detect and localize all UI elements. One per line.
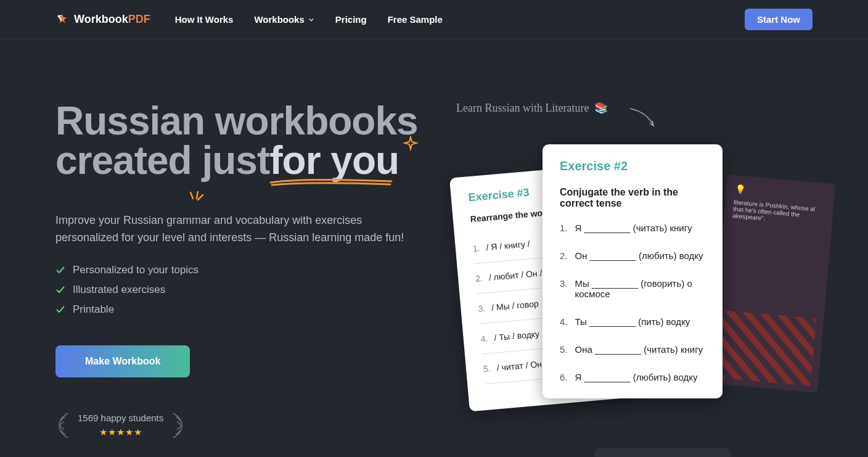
hero-left: Russian workbooks created just for you I… — [55, 101, 438, 439]
exercise-instruction: Conjugate the verb in the correct tense — [560, 187, 705, 209]
hero-section: Russian workbooks created just for you I… — [0, 39, 868, 439]
make-workbook-button[interactable]: Make Workbook — [55, 345, 190, 377]
check-icon — [55, 305, 65, 315]
happy-students: 1569 happy students — [78, 413, 163, 423]
preview-image-card: 💡 literature is Pushkin, whose al that h… — [710, 175, 836, 393]
sparkle-lines-icon — [187, 191, 205, 210]
books-emoji: 📚 — [594, 102, 608, 114]
preview-cards: 💡 literature is Pushkin, whose al that h… — [459, 144, 829, 416]
exercise-item: 3.Мы _________ (говорить) о космосе — [560, 278, 705, 299]
exercise-item: 1.Я _________ (читать) книгу — [560, 223, 705, 233]
headline: Russian workbooks created just for you — [55, 101, 438, 180]
logo-text-pdf: PDF — [128, 13, 150, 25]
lightbulb-icon: 💡 — [734, 184, 826, 202]
logo-text-workbook: Workbook — [74, 13, 128, 25]
check-icon — [55, 285, 65, 295]
underline-decoration — [269, 176, 393, 187]
laurel-left-icon — [55, 412, 70, 439]
top-nav: WorkbookPDF How It Works Workbooks Prici… — [0, 0, 868, 39]
exercise-item: 6.Я _________ (любить) водку — [560, 372, 705, 382]
arrow-icon — [629, 107, 660, 132]
star-rating: ★★★★★ — [99, 427, 142, 438]
check-icon — [55, 265, 65, 275]
preview-image-text: literature is Pushkin, whose al that he'… — [732, 199, 825, 227]
headline-created: created — [55, 138, 202, 183]
preview-tagline: Learn Russian with Literature 📚 — [456, 101, 608, 115]
exercise-item: 4.Ты _________ (пить) водку — [560, 316, 705, 327]
nav-workbooks-label: Workbooks — [254, 14, 304, 25]
book-pattern — [717, 310, 816, 386]
exercise-item: 2.Он _________ (любить) водку — [560, 250, 705, 261]
nav-workbooks[interactable]: Workbooks — [254, 14, 314, 25]
logo[interactable]: WorkbookPDF — [55, 13, 150, 27]
start-now-button[interactable]: Start Now — [745, 9, 813, 30]
laurel-right-icon — [171, 412, 186, 439]
nav-links: How It Works Workbooks Pricing Free Samp… — [175, 14, 443, 25]
subtitle: Improve your Russian grammar and vocabul… — [55, 212, 407, 247]
nav-how-it-works[interactable]: How It Works — [175, 14, 234, 25]
view-demo-button[interactable]: View Workbook Demo — [595, 448, 731, 457]
sparkle-icon — [403, 136, 419, 152]
exercise-2-card: Exercise #2 Conjugate the verb in the co… — [542, 144, 723, 398]
exercise-item: 5.Она _________ (читать) книгу — [560, 344, 705, 355]
nav-pricing[interactable]: Pricing — [335, 14, 367, 25]
nav-free-sample[interactable]: Free Sample — [388, 14, 443, 25]
feature-item: Illustrated exercises — [55, 284, 438, 296]
headline-just: just — [202, 138, 269, 183]
exercise-title: Exercise #2 — [560, 159, 705, 173]
headline-line1: Russian workbooks — [55, 99, 418, 143]
hero-right: Learn Russian with Literature 📚 💡 litera… — [438, 101, 813, 439]
feature-list: Personalized to your topics Illustrated … — [55, 264, 438, 316]
translate-icon — [55, 13, 69, 27]
social-proof: 1569 happy students ★★★★★ — [55, 412, 438, 439]
headline-for-you: for you — [269, 141, 399, 180]
chevron-down-icon — [308, 17, 314, 23]
feature-item: Printable — [55, 303, 438, 316]
feature-item: Personalized to your topics — [55, 264, 438, 276]
